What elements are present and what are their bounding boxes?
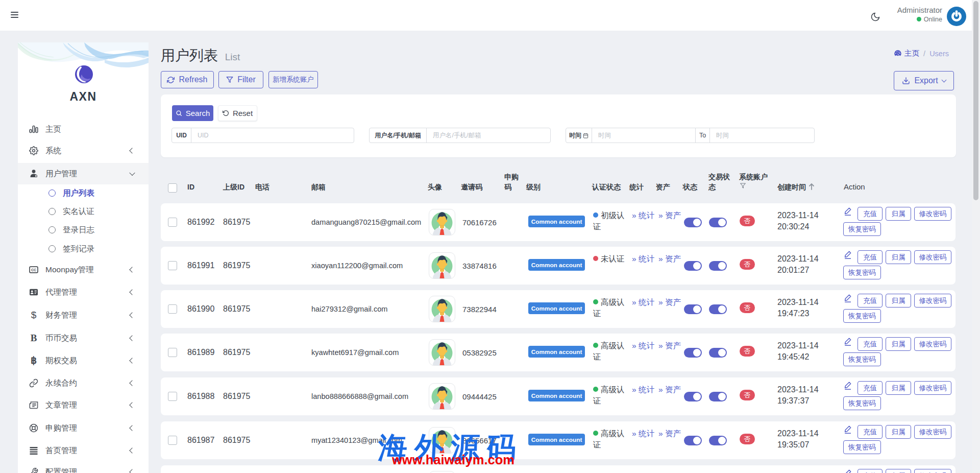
svg-text:CC: CC [31,268,36,271]
